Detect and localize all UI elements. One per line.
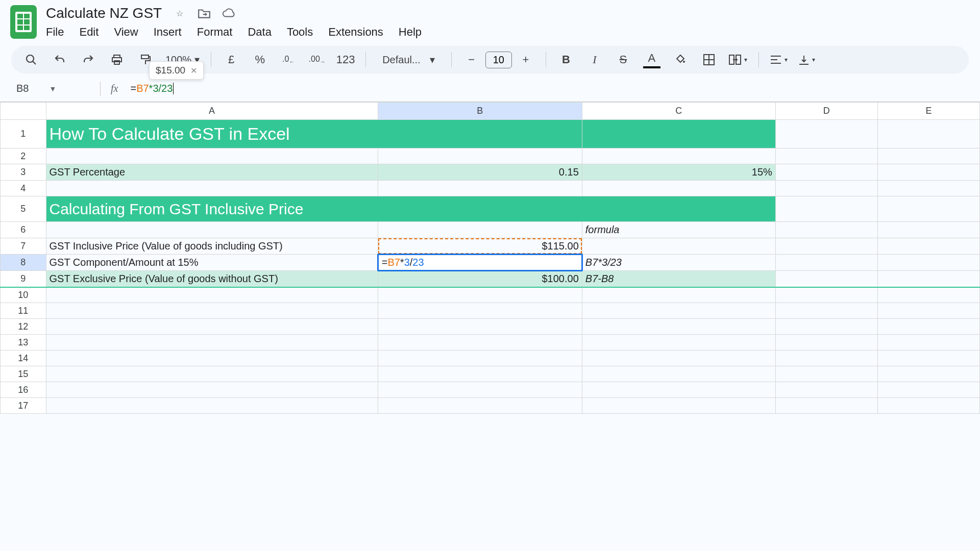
cell[interactable] <box>378 398 582 414</box>
cell[interactable] <box>582 398 775 414</box>
cell-D7[interactable] <box>775 238 877 255</box>
cell-A2[interactable] <box>46 148 378 164</box>
currency-button[interactable]: £ <box>223 51 240 68</box>
cell-A3[interactable]: GST Percentage <box>46 164 378 181</box>
cell-D9[interactable] <box>775 271 877 287</box>
cell-C8[interactable]: B7*3/23 <box>582 255 775 271</box>
cell-C2[interactable] <box>582 148 775 164</box>
borders-button[interactable] <box>700 51 718 68</box>
cell-E3[interactable] <box>877 164 979 181</box>
menu-insert[interactable]: Insert <box>154 26 182 39</box>
cell-D3[interactable] <box>775 164 877 181</box>
cell[interactable] <box>46 398 378 414</box>
star-icon[interactable]: ☆ <box>173 7 186 20</box>
cell[interactable] <box>877 382 979 398</box>
cell[interactable] <box>877 303 979 319</box>
cell-E6[interactable] <box>877 222 979 238</box>
cell[interactable] <box>775 366 877 382</box>
cell[interactable] <box>46 382 378 398</box>
cell[interactable] <box>877 287 979 303</box>
cell[interactable] <box>582 382 775 398</box>
cell-D2[interactable] <box>775 148 877 164</box>
cell[interactable] <box>582 319 775 335</box>
menu-file[interactable]: File <box>46 26 64 39</box>
row-header-15[interactable]: 15 <box>1 366 46 382</box>
move-icon[interactable] <box>198 7 211 20</box>
cell-A1[interactable]: How To Calculate GST in Excel <box>46 120 582 148</box>
cell[interactable] <box>378 319 582 335</box>
menu-format[interactable]: Format <box>197 26 233 39</box>
row-header-14[interactable]: 14 <box>1 350 46 366</box>
row-header-16[interactable]: 16 <box>1 382 46 398</box>
cell[interactable] <box>46 287 378 303</box>
merge-cells-button[interactable]: ▾ <box>729 55 747 65</box>
column-header-B[interactable]: B <box>378 103 582 120</box>
cell[interactable] <box>46 366 378 382</box>
undo-icon[interactable] <box>51 51 68 68</box>
select-all-corner[interactable] <box>1 103 46 120</box>
font-family-select[interactable]: Defaul... ▾ <box>377 52 439 68</box>
cell-B2[interactable] <box>378 148 582 164</box>
decrease-font-size-button[interactable]: − <box>463 51 480 68</box>
row-header-13[interactable]: 13 <box>1 335 46 350</box>
row-header-4[interactable]: 4 <box>1 181 46 196</box>
cell[interactable] <box>775 382 877 398</box>
vertical-align-button[interactable]: ▾ <box>799 55 815 65</box>
cell-A6[interactable] <box>46 222 378 238</box>
cell[interactable] <box>877 350 979 366</box>
bold-button[interactable]: B <box>557 51 575 68</box>
cell-editor[interactable]: =B7*3/23 <box>377 254 583 271</box>
cell-A5[interactable]: Calculating From GST Inclusive Price <box>46 196 775 222</box>
row-header-12[interactable]: 12 <box>1 319 46 335</box>
cell-B7[interactable]: $115.00 <box>378 238 582 255</box>
menu-view[interactable]: View <box>114 26 138 39</box>
cell[interactable] <box>877 398 979 414</box>
cell-A4[interactable] <box>46 181 378 196</box>
cell-E2[interactable] <box>877 148 979 164</box>
row-header-3[interactable]: 3 <box>1 164 46 181</box>
cell-B3[interactable]: 0.15 <box>378 164 582 181</box>
cell-E8[interactable] <box>877 255 979 271</box>
search-icon[interactable] <box>22 51 40 68</box>
row-header-17[interactable]: 17 <box>1 398 46 414</box>
cell-B4[interactable] <box>378 181 582 196</box>
cell[interactable] <box>775 350 877 366</box>
cell-D6[interactable] <box>775 222 877 238</box>
row-header-8[interactable]: 8 <box>1 255 46 271</box>
cell[interactable] <box>378 366 582 382</box>
cell-C3[interactable]: 15% <box>582 164 775 181</box>
cloud-status-icon[interactable] <box>222 7 235 20</box>
horizontal-align-button[interactable]: ▾ <box>770 55 788 64</box>
cell-B6[interactable] <box>378 222 582 238</box>
cell-B9[interactable]: $100.00 <box>378 271 582 287</box>
text-color-button[interactable]: A <box>643 51 660 68</box>
cell[interactable] <box>775 287 877 303</box>
cell[interactable] <box>775 335 877 350</box>
increase-decimal-button[interactable]: .00→ <box>308 51 326 68</box>
cell-E1[interactable] <box>877 120 979 148</box>
sheets-logo[interactable] <box>10 5 37 39</box>
cell[interactable] <box>877 335 979 350</box>
cell-C7[interactable] <box>582 238 775 255</box>
cell[interactable] <box>582 350 775 366</box>
italic-button[interactable]: I <box>586 51 603 68</box>
cell-A7[interactable]: GST Inclusive Price (Value of goods incl… <box>46 238 378 255</box>
formula-bar-input[interactable]: =B7*3/23 <box>130 83 174 94</box>
number-format-button[interactable]: 123 <box>337 51 354 68</box>
column-header-D[interactable]: D <box>775 103 877 120</box>
font-size-input[interactable]: 10 <box>485 52 512 68</box>
cell-E5[interactable] <box>877 196 979 222</box>
cell[interactable] <box>378 335 582 350</box>
menu-edit[interactable]: Edit <box>79 26 99 39</box>
cell-E7[interactable] <box>877 238 979 255</box>
cell-C4[interactable] <box>582 181 775 196</box>
row-header-11[interactable]: 11 <box>1 303 46 319</box>
cell[interactable] <box>46 350 378 366</box>
cell-E4[interactable] <box>877 181 979 196</box>
cell[interactable] <box>378 303 582 319</box>
cell-D1[interactable] <box>775 120 877 148</box>
cell[interactable] <box>582 366 775 382</box>
menu-extensions[interactable]: Extensions <box>328 26 383 39</box>
fill-color-button[interactable] <box>672 51 689 68</box>
cell[interactable] <box>582 303 775 319</box>
